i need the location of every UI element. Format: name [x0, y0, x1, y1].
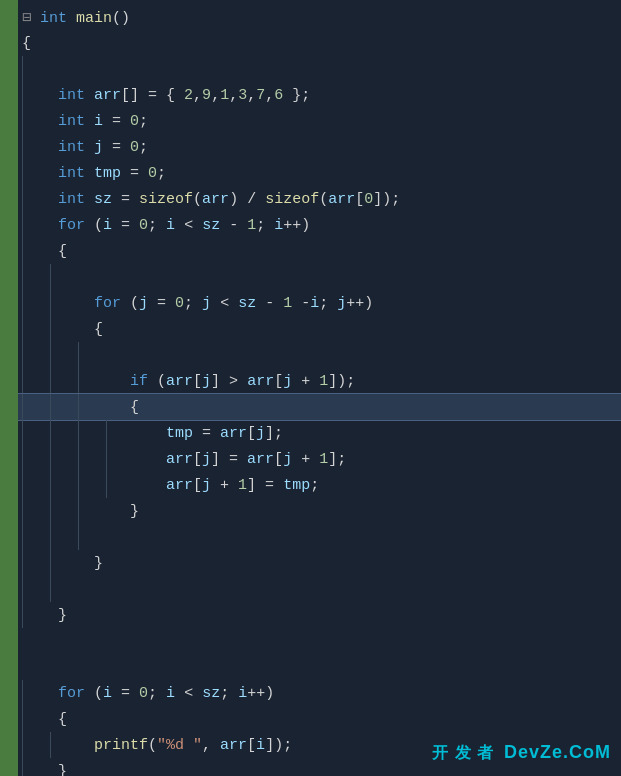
token-plain: [ [193, 451, 202, 468]
token-var: j [202, 373, 211, 390]
token-var: j [94, 139, 103, 156]
token-var: arr [94, 87, 121, 104]
token-plain: = [148, 295, 175, 312]
code-line: int tmp = 0; [18, 160, 621, 186]
token-fn: main [76, 10, 112, 27]
token-fn: sizeof [265, 191, 319, 208]
token-plain: ( [319, 191, 328, 208]
token-var: j [283, 451, 292, 468]
token-plain: , [229, 87, 238, 104]
token-var: tmp [94, 165, 121, 182]
token-plain: ++) [346, 295, 373, 312]
token-plain: + [292, 373, 319, 390]
token-plain: [ [274, 373, 283, 390]
line-content: for (i = 0; i < sz - 1; i++) [22, 217, 310, 234]
code-line: { [18, 30, 621, 56]
code-line: arr[j] = arr[j + 1]; [18, 446, 621, 472]
token-var: i [103, 685, 112, 702]
token-plain: [ [274, 451, 283, 468]
token-var: arr [220, 425, 247, 442]
code-line: } [18, 550, 621, 576]
token-plain: [ [247, 425, 256, 442]
code-line [18, 342, 621, 368]
token-plain: [] = { [121, 87, 184, 104]
token-num: 1 [319, 373, 328, 390]
token-fn: printf [94, 737, 148, 754]
token-var: i [310, 295, 319, 312]
token-plain [85, 139, 94, 156]
line-content [22, 529, 130, 546]
code-line: int j = 0; [18, 134, 621, 160]
token-plain: , [202, 737, 220, 754]
token-var: i [166, 685, 175, 702]
line-content: arr[j] = arr[j + 1]; [22, 451, 346, 468]
token-num: 3 [238, 87, 247, 104]
token-var: j [337, 295, 346, 312]
token-collapse: ⊟ [22, 10, 40, 27]
code-line [18, 56, 621, 82]
token-plain: ; [139, 139, 148, 156]
token-plain: < [175, 217, 202, 234]
token-num: 0 [175, 295, 184, 312]
token-var: sz [238, 295, 256, 312]
token-plain: { [22, 35, 31, 52]
line-content: { [22, 321, 103, 338]
code-line: for (j = 0; j < sz - 1 -i; j++) [18, 290, 621, 316]
token-kw: for [58, 685, 85, 702]
token-plain: ( [85, 685, 103, 702]
code-line: int i = 0; [18, 108, 621, 134]
token-plain: [ [193, 373, 202, 390]
token-plain: ( [148, 373, 166, 390]
token-plain: = [121, 165, 148, 182]
line-content: } [22, 503, 139, 520]
token-num: 2 [184, 87, 193, 104]
token-plain: () [112, 10, 130, 27]
token-var: sz [202, 685, 220, 702]
token-num: 1 [220, 87, 229, 104]
code-line [18, 654, 621, 680]
token-kw: int [58, 191, 85, 208]
token-plain: [ [193, 477, 202, 494]
left-bar [0, 0, 18, 776]
token-plain: ; [148, 685, 166, 702]
token-kw: for [58, 217, 85, 234]
token-num: 1 [238, 477, 247, 494]
code-line: { [18, 316, 621, 342]
code-line: int sz = sizeof(arr) / sizeof(arr[0]); [18, 186, 621, 212]
token-num: 9 [202, 87, 211, 104]
token-plain [67, 10, 76, 27]
token-var: j [202, 477, 211, 494]
line-content: { [22, 35, 31, 52]
token-kw: int [40, 10, 67, 27]
line-content: { [22, 243, 67, 260]
line-content: arr[j + 1] = tmp; [22, 477, 319, 494]
code-line: { [18, 394, 621, 420]
token-plain: { [58, 243, 67, 260]
token-plain: , [211, 87, 220, 104]
token-plain: + [211, 477, 238, 494]
token-plain: < [175, 685, 202, 702]
code-line: } [18, 498, 621, 524]
token-num: 1 [319, 451, 328, 468]
token-plain: { [58, 711, 67, 728]
token-num: 1 [283, 295, 292, 312]
code-line: arr[j + 1] = tmp; [18, 472, 621, 498]
code-line [18, 628, 621, 654]
token-plain: ; [184, 295, 202, 312]
token-plain: ; [310, 477, 319, 494]
token-plain: - [292, 295, 310, 312]
code-line: if (arr[j] > arr[j + 1]); [18, 368, 621, 394]
token-var: i [274, 217, 283, 234]
token-var: arr [166, 477, 193, 494]
token-num: 0 [130, 139, 139, 156]
token-plain: ]); [328, 373, 355, 390]
token-fn: sizeof [139, 191, 193, 208]
token-var: arr [247, 451, 274, 468]
token-plain: = [112, 685, 139, 702]
token-var: j [139, 295, 148, 312]
line-content: { [22, 711, 67, 728]
line-content: } [22, 763, 67, 777]
token-var: arr [220, 737, 247, 754]
line-content: ⊟ int main() [22, 8, 130, 27]
token-var: j [256, 425, 265, 442]
